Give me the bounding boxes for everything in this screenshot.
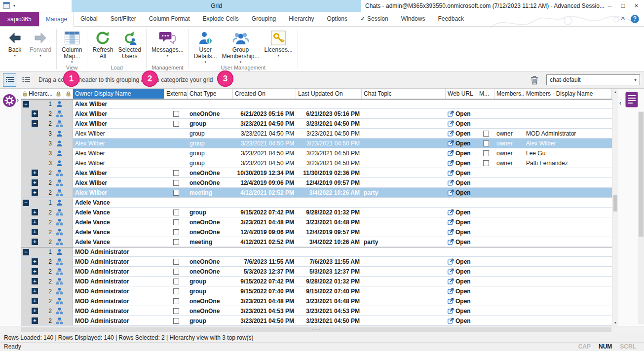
open-link[interactable]: Open: [448, 189, 471, 196]
vertical-scroll-thumb[interactable]: [613, 195, 617, 211]
tab-sort-filter[interactable]: Sort/Filter: [104, 12, 143, 26]
expand-right-panel-icon[interactable]: ‹: [619, 100, 621, 106]
collapse-icon[interactable]: −: [23, 200, 29, 206]
tab-manage[interactable]: Manage: [39, 12, 74, 27]
collapse-icon[interactable]: −: [23, 101, 29, 107]
group-membership-button[interactable]: Group Membership... ▾: [220, 28, 262, 65]
grid-row[interactable]: −2Alex Wilbergroup3/23/2021 04:50 PM3/23…: [21, 119, 612, 129]
grid-row[interactable]: +2Adele Vancegroup9/15/2022 07:42 PM9/28…: [21, 208, 612, 217]
open-link[interactable]: Open: [448, 317, 471, 324]
grid-vertical-scrollbar[interactable]: ▲ ▼: [612, 89, 618, 326]
tab-sapio365[interactable]: sapio365: [0, 12, 39, 26]
member-checkbox[interactable]: [483, 160, 489, 166]
grid-row[interactable]: +2MOD Administratorgroup3/23/2021 04:50 …: [21, 316, 612, 326]
tab-windows[interactable]: Windows: [395, 12, 432, 26]
external-checkbox[interactable]: [173, 279, 179, 284]
horizontal-scroll-thumb[interactable]: ·····: [21, 327, 611, 332]
panel-scroll-thumb[interactable]: [639, 112, 644, 237]
expand-icon[interactable]: +: [32, 308, 38, 314]
member-checkbox[interactable]: [483, 131, 489, 137]
external-checkbox[interactable]: [173, 121, 179, 127]
open-link[interactable]: Open: [448, 209, 471, 216]
external-checkbox[interactable]: [173, 288, 179, 294]
view-selector-dropdown[interactable]: chat-default ▾: [546, 74, 640, 85]
grid-row[interactable]: +2Alex WilberoneOnOne10/30/2019 12:34 PM…: [21, 168, 612, 178]
column-header-members[interactable]: Members...: [494, 89, 524, 99]
external-checkbox[interactable]: [173, 259, 179, 265]
open-link[interactable]: Open: [448, 239, 471, 246]
open-link[interactable]: Open: [448, 229, 471, 236]
member-checkbox[interactable]: [483, 140, 489, 146]
expand-icon[interactable]: +: [32, 209, 38, 215]
grid-row[interactable]: +2Adele VanceoneOnOne3/23/2021 04:48 PM3…: [21, 217, 612, 227]
open-link[interactable]: Open: [448, 140, 471, 147]
messages-button[interactable]: Messages... ▾: [149, 28, 186, 59]
external-checkbox[interactable]: [173, 180, 179, 186]
grid-row[interactable]: +2Adele Vancemeeting4/12/2021 02:52 PM3/…: [21, 237, 612, 247]
column-header-owner-display-name[interactable]: Owner Display Name: [73, 89, 164, 99]
grid-row[interactable]: +2MOD AdministratoroneOnOne3/23/2021 04:…: [21, 296, 612, 306]
grid-row[interactable]: 3Alex Wilbergroup3/23/2021 04:50 PM3/23/…: [21, 148, 612, 158]
external-checkbox[interactable]: [173, 269, 179, 275]
column-header-external[interactable]: External: [164, 89, 188, 99]
settings-gear-icon[interactable]: [2, 94, 16, 107]
member-checkbox[interactable]: [483, 150, 489, 156]
minimize-button[interactable]: –: [603, 0, 616, 12]
open-link[interactable]: Open: [448, 170, 471, 176]
back-button[interactable]: Back ▾: [2, 28, 27, 59]
help-icon[interactable]: ?: [631, 15, 639, 23]
expand-icon[interactable]: +: [32, 258, 38, 265]
tab-hierarchy[interactable]: Hierarchy: [282, 12, 320, 26]
external-checkbox[interactable]: [173, 318, 179, 324]
grid-row[interactable]: 3Alex Wilbergroup3/23/2021 04:50 PM3/23/…: [21, 129, 612, 139]
tab-options[interactable]: Options: [321, 12, 354, 26]
open-link[interactable]: Open: [448, 160, 471, 167]
open-link[interactable]: Open: [448, 110, 471, 117]
grid-row[interactable]: −1MOD Administrator: [21, 247, 612, 257]
tab-global[interactable]: Global: [74, 12, 104, 26]
column-header-chat-type[interactable]: Chat Type: [188, 89, 233, 99]
flat-view-toggle[interactable]: [19, 73, 33, 87]
external-checkbox[interactable]: [173, 111, 179, 117]
tab-explode-cells[interactable]: Explode Cells: [196, 12, 245, 26]
grid-row[interactable]: +2MOD AdministratoroneOnOne7/6/2023 11:5…: [21, 257, 612, 267]
maximize-button[interactable]: □: [616, 0, 630, 12]
grid-row[interactable]: −1Adele Vance: [21, 198, 612, 208]
expand-icon[interactable]: +: [32, 239, 38, 245]
grid-row[interactable]: +2MOD Administratorgroup9/15/2022 07:42 …: [21, 277, 612, 286]
grid-horizontal-scrollbar[interactable]: ·····: [21, 326, 612, 333]
grid-row[interactable]: +2MOD AdministratoroneOnOne5/3/2023 12:3…: [21, 267, 612, 277]
scroll-down-icon[interactable]: ▼: [612, 319, 618, 326]
grid-row[interactable]: −1Alex Wilber: [21, 99, 612, 109]
grid-row[interactable]: 3Alex Wilbergroup3/23/2021 04:50 PM3/23/…: [21, 158, 612, 168]
open-link[interactable]: Open: [448, 288, 471, 295]
collapse-ribbon-icon[interactable]: ^: [621, 15, 625, 23]
grid-row[interactable]: 3Alex Wilbergroup3/23/2021 04:50 PM3/23/…: [21, 139, 612, 148]
open-link[interactable]: Open: [448, 120, 471, 127]
collapse-icon[interactable]: −: [32, 120, 38, 127]
column-map-button[interactable]: Column Map... ▾: [59, 28, 84, 65]
open-link[interactable]: Open: [448, 219, 471, 226]
qat-caret-icon[interactable]: ▾: [13, 3, 15, 8]
column-header-last-updated-on[interactable]: Last Updated On: [296, 89, 362, 99]
external-checkbox[interactable]: [173, 229, 179, 235]
scroll-up-icon[interactable]: ▲: [612, 89, 618, 95]
expand-icon[interactable]: +: [32, 179, 38, 186]
forward-button[interactable]: Forward ▾: [27, 28, 54, 59]
refresh-all-button[interactable]: Refresh All: [90, 28, 115, 61]
column-header-lock[interactable]: [64, 89, 73, 99]
expand-icon[interactable]: +: [32, 317, 38, 324]
external-checkbox[interactable]: [173, 170, 179, 176]
selected-users-button[interactable]: Selected Users: [115, 28, 144, 61]
expand-icon[interactable]: +: [32, 268, 38, 275]
external-checkbox[interactable]: [173, 308, 179, 314]
grid-row[interactable]: +2MOD Administratorgroup9/15/2022 07:40 …: [21, 286, 612, 296]
expand-left-panel-icon[interactable]: ›: [17, 97, 19, 104]
open-link[interactable]: Open: [448, 179, 471, 186]
open-link[interactable]: Open: [448, 308, 471, 315]
expand-icon[interactable]: +: [32, 110, 38, 117]
hierar​chy-view-toggle[interactable]: [3, 73, 16, 87]
open-link[interactable]: Open: [448, 268, 471, 275]
column-header-web-url[interactable]: Web URL: [446, 89, 477, 99]
tab-session[interactable]: ✓Session: [354, 12, 395, 26]
